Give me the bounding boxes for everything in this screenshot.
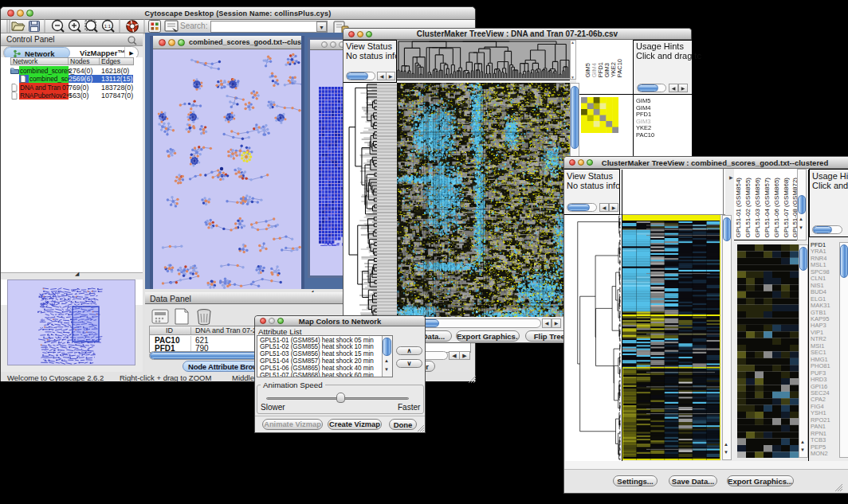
- svg-text:Search:: Search:: [180, 21, 207, 30]
- svg-text:1:1: 1:1: [104, 24, 112, 29]
